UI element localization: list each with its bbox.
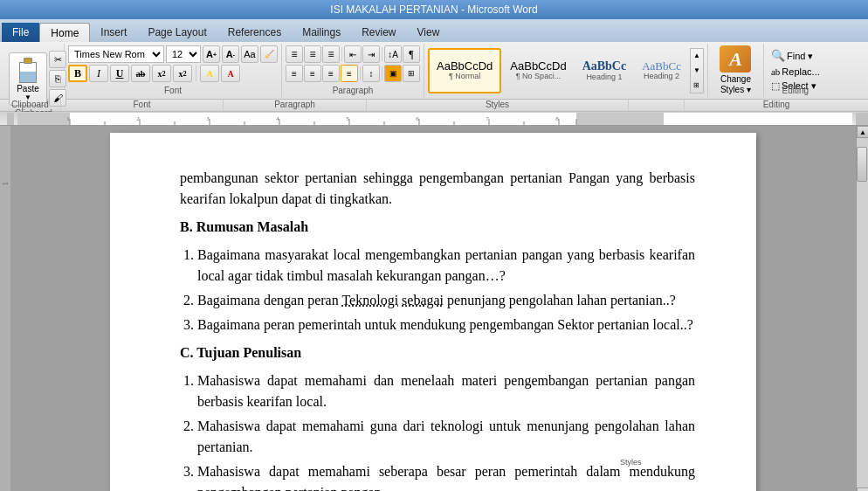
numbering-button[interactable]: ≡ (304, 45, 321, 63)
show-hide-button[interactable]: ¶ (403, 45, 420, 63)
font-color-button[interactable]: A (221, 65, 240, 82)
styles-section-label: Styles (620, 458, 642, 467)
tab-insert[interactable]: Insert (90, 23, 137, 42)
svg-text:3: 3 (206, 115, 210, 122)
svg-rect-1 (17, 113, 70, 125)
svg-rect-0 (17, 113, 852, 125)
style-normal-preview: AaBbCcDd (437, 60, 493, 72)
section-c-list: Mahasiswa dapat memahami dan menelaah ma… (197, 370, 695, 491)
font-row1: Times New Rom 12 A+ A- Aa 🧹 (68, 45, 278, 63)
clipboard-section: Paste ▼ ✂ ⎘ 🖌 Clipboard (3, 44, 65, 97)
ruler: 1 2 3 4 5 6 7 8 (0, 112, 868, 126)
decrease-indent-button[interactable]: ⇤ (344, 45, 362, 63)
font-section-label: Font (164, 84, 182, 95)
style-heading1-button[interactable]: AaBbCc Heading 1 (575, 48, 634, 93)
sebagai-underline: sebagai (402, 293, 444, 308)
line-spacing-button[interactable]: ↕ (362, 65, 380, 82)
font-section-label-bottom: Font (61, 100, 224, 111)
page-container[interactable]: pembangunan sektor pertanian sehingga pe… (10, 126, 856, 491)
editing-section-label-bottom: Editing (685, 100, 868, 111)
change-case-button[interactable]: Aa (241, 45, 258, 63)
increase-indent-button[interactable]: ⇥ (362, 45, 380, 63)
tab-file[interactable]: File (2, 23, 39, 42)
style-heading2-label: Heading 2 (644, 72, 679, 80)
svg-text:5: 5 (346, 115, 349, 122)
increase-font-button[interactable]: A+ (203, 45, 220, 63)
paste-button[interactable]: Paste ▼ (9, 52, 47, 106)
empty-section (629, 100, 685, 111)
justify-button[interactable]: ≡ (341, 65, 358, 82)
list-item: Bagaimana dengan peran Teknologi sebagai… (197, 290, 695, 311)
tab-mailings[interactable]: Mailings (292, 23, 351, 42)
style-no-spacing-button[interactable]: AaBbCcDd ¶ No Spaci... (503, 48, 573, 93)
styles-section-label-bottom: Styles (367, 100, 629, 111)
font-row2: B I U ab x2 x2 A A (68, 65, 278, 82)
tab-bar: File Home Insert Page Layout References … (0, 19, 868, 42)
page-indicator: 1 (1, 182, 10, 186)
paste-label: Paste (17, 84, 39, 93)
strikethrough-button[interactable]: ab (131, 65, 150, 82)
cut-button[interactable]: ✂ (49, 51, 66, 68)
tab-references[interactable]: References (217, 23, 292, 42)
right-scrollbar[interactable]: ▲ ▼ (856, 126, 868, 491)
bold-button[interactable]: B (68, 65, 87, 82)
clear-formatting-button[interactable]: 🧹 (260, 45, 278, 63)
scroll-thumb[interactable] (857, 147, 867, 182)
font-name-select[interactable]: Times New Rom (68, 45, 164, 63)
svg-text:4: 4 (276, 115, 279, 122)
style-normal-label: ¶ Normal (449, 72, 480, 80)
find-button[interactable]: 🔍 Find ▾ (769, 45, 822, 64)
para-row2: ≡ ≡ ≡ ≡ ↕ ▣ ⊞ (286, 65, 420, 82)
styles-section: AaBbCcDd ¶ Normal AaBbCcDd ¶ No Spaci...… (424, 44, 708, 97)
tab-home[interactable]: Home (39, 23, 90, 42)
tab-view[interactable]: View (407, 23, 451, 42)
scroll-track[interactable] (857, 138, 868, 488)
paragraph-label: Paragraph (333, 84, 374, 95)
style-nospacing-label: ¶ No Spaci... (516, 72, 561, 80)
svg-rect-2 (576, 113, 664, 125)
style-normal-button[interactable]: AaBbCcDd ¶ Normal (428, 48, 501, 93)
copy-button[interactable]: ⎘ (49, 70, 66, 87)
svg-text:2: 2 (136, 115, 140, 122)
list-item: Bagaimana peran pemerintah untuk menduku… (197, 315, 695, 335)
decrease-font-button[interactable]: A- (222, 45, 239, 63)
tab-review[interactable]: Review (351, 23, 406, 42)
clipboard-section-label: Clipboard (0, 100, 61, 111)
tab-page-layout[interactable]: Page Layout (137, 23, 217, 42)
superscript-button[interactable]: x2 (173, 65, 192, 82)
font-section: Times New Rom 12 A+ A- Aa 🧹 B I U ab x2 … (65, 44, 282, 97)
align-left-button[interactable]: ≡ (286, 65, 303, 82)
style-heading2-preview: AaBbCc (642, 60, 681, 72)
scroll-down-button[interactable]: ▼ (857, 488, 868, 491)
multilevel-list-button[interactable]: ≡ (322, 45, 340, 63)
ruler-area: 1 2 3 4 5 6 7 8 (17, 113, 852, 125)
section-c-heading: C. Tujuan Penulisan (180, 342, 695, 363)
bullets-button[interactable]: ≡ (286, 45, 303, 63)
style-nospacing-preview: AaBbCcDd (510, 60, 566, 72)
para-row1: ≡ ≡ ≡ ⇤ ⇥ ↕A ¶ (286, 45, 420, 63)
align-center-button[interactable]: ≡ (304, 65, 321, 82)
section-labels-row: Clipboard Font Paragraph Styles Editing (0, 100, 868, 112)
list-item: Mahasiswa dapat memahami dan menelaah ma… (197, 370, 695, 412)
italic-button[interactable]: I (89, 65, 108, 82)
align-right-button[interactable]: ≡ (322, 65, 340, 82)
editing-label: Editing (782, 86, 809, 95)
styles-scroll-button[interactable]: ▲ ▼ ⊞ (690, 48, 704, 93)
underline-button[interactable]: U (110, 65, 129, 82)
shading-button[interactable]: ▣ (384, 65, 402, 82)
page: pembangunan sektor pertanian sehingga pe… (110, 133, 756, 491)
paragraph-section: ≡ ≡ ≡ ⇤ ⇥ ↕A ¶ ≡ ≡ ≡ ≡ ↕ ▣ ⊞ Paragraph (282, 44, 424, 97)
border-button[interactable]: ⊞ (403, 65, 420, 82)
scroll-up-button[interactable]: ▲ (857, 126, 868, 138)
replace-button[interactable]: ab Replac... (769, 66, 822, 78)
style-heading1-preview: AaBbCc (582, 60, 627, 73)
sort-button[interactable]: ↕A (384, 45, 402, 63)
svg-text:8: 8 (555, 115, 559, 122)
window-title: ISI MAKALAH PERTANIAN - Microsoft Word (330, 3, 537, 16)
font-size-select[interactable]: 12 (166, 45, 201, 63)
editing-section: 🔍 Find ▾ ab Replac... ⬚ Select ▾ Editing (764, 44, 827, 97)
title-bar: ISI MAKALAH PERTANIAN - Microsoft Word (0, 0, 868, 19)
subscript-button[interactable]: x2 (152, 65, 171, 82)
text-highlight-button[interactable]: A (200, 65, 219, 82)
style-heading2-button[interactable]: AaBbCc Heading 2 (635, 48, 688, 93)
